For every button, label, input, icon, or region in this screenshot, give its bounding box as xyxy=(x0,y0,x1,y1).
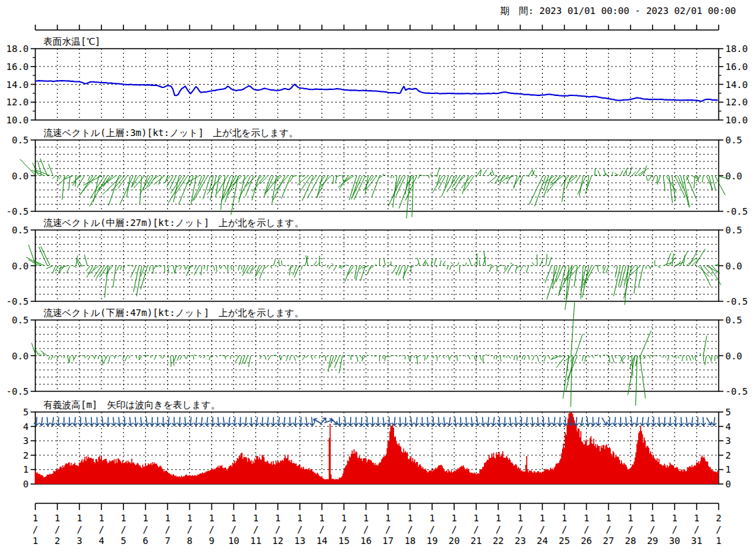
wave-arrow-icon xyxy=(354,417,359,425)
date-label-slash: / xyxy=(77,524,82,535)
current-stick xyxy=(583,356,583,361)
date-label-month: 1 xyxy=(495,513,501,523)
current-stick xyxy=(672,356,674,358)
current-stick xyxy=(621,266,626,287)
wave-arrow-icon xyxy=(507,417,513,426)
current-stick xyxy=(154,356,156,360)
date-label-slash: / xyxy=(495,524,501,535)
current-stick xyxy=(85,255,87,266)
current-stick xyxy=(264,176,273,197)
current-stick xyxy=(369,266,374,270)
current-stick xyxy=(689,356,691,361)
current-stick xyxy=(657,176,658,183)
wave-arrow-icon xyxy=(319,417,328,426)
current-stick xyxy=(701,266,711,287)
current-stick xyxy=(295,266,300,278)
wave-arrow-icon xyxy=(155,417,160,425)
panel-sst: 10.010.012.012.014.014.016.016.018.018.0 xyxy=(6,43,747,125)
wave-arrow-icon xyxy=(260,417,265,425)
current-stick xyxy=(53,356,55,359)
current-stick xyxy=(265,356,267,360)
date-label-slash: / xyxy=(650,524,655,535)
wave-arrow-icon xyxy=(629,417,634,426)
wave-arrow-icon xyxy=(343,417,347,425)
current-stick xyxy=(502,176,509,182)
current-stick xyxy=(201,266,202,275)
wave-arrow-icon xyxy=(679,417,684,425)
wave-arrow-icon xyxy=(34,417,39,426)
date-label-month: 1 xyxy=(55,513,60,523)
current-stick xyxy=(131,266,136,278)
current-stick xyxy=(99,176,117,189)
wave-arrow-icon xyxy=(684,417,689,426)
current-stick xyxy=(136,356,137,359)
current-stick xyxy=(29,259,39,265)
wave-arrow-icon xyxy=(535,417,541,425)
current-stick xyxy=(255,356,256,357)
wave-arrow-icon xyxy=(376,417,381,425)
current-stick xyxy=(557,356,566,368)
current-stick xyxy=(649,356,651,359)
date-label-month: 1 xyxy=(517,513,523,523)
current-stick xyxy=(641,356,641,359)
wave-arrow-icon xyxy=(503,417,507,425)
current-stick xyxy=(149,266,151,271)
date-label-day: 30 xyxy=(669,535,680,546)
date-label-day: 21 xyxy=(471,535,482,546)
wave-arrow-icon xyxy=(177,417,183,425)
current-stick xyxy=(639,266,643,288)
date-label-slash: / xyxy=(451,524,457,535)
current-stick xyxy=(363,356,365,360)
current-stick xyxy=(173,266,175,273)
current-stick xyxy=(665,356,666,358)
date-label-slash: / xyxy=(628,524,633,535)
wave-arrow-icon xyxy=(618,417,623,425)
date-label-slash: / xyxy=(583,524,589,535)
y-tick-label-right: 3 xyxy=(725,435,731,446)
date-label-day: 24 xyxy=(537,535,548,546)
current-lower-grid xyxy=(35,320,719,391)
current-stick xyxy=(540,355,541,356)
date-label-slash: / xyxy=(121,524,126,535)
current-stick xyxy=(631,266,640,275)
wave-arrow-icon xyxy=(623,417,629,426)
current-stick xyxy=(409,356,410,361)
date-label-day: 22 xyxy=(493,535,504,546)
date-label-month: 1 xyxy=(99,513,104,523)
date-label-slash: / xyxy=(209,524,214,535)
wave-arrow-icon xyxy=(635,417,640,426)
date-label-day: 25 xyxy=(559,535,570,546)
current-stick xyxy=(216,176,219,197)
wave-arrow-icon xyxy=(348,417,353,425)
current-stick xyxy=(549,257,551,266)
current-stick xyxy=(506,356,507,358)
current-stick xyxy=(209,356,211,361)
date-label-slash: / xyxy=(99,524,104,535)
current-stick xyxy=(301,266,302,270)
current-stick xyxy=(279,260,279,266)
current-stick xyxy=(273,259,275,266)
current-stick xyxy=(207,356,208,357)
current-stick xyxy=(509,356,511,359)
current-stick xyxy=(686,356,687,361)
current-stick xyxy=(343,176,343,182)
current-stick xyxy=(492,169,495,175)
y-tick-label-right: 0.5 xyxy=(725,135,742,145)
date-label-slash: / xyxy=(319,524,325,535)
current-stick xyxy=(286,356,288,361)
wave-arrow-icon xyxy=(50,417,55,426)
current-stick xyxy=(592,356,595,359)
date-label-slash: / xyxy=(231,524,236,535)
current-stick xyxy=(479,260,480,265)
current-stick xyxy=(705,356,707,365)
current-stick xyxy=(39,353,42,355)
current-stick xyxy=(180,356,182,360)
current-stick xyxy=(273,176,285,201)
current-stick xyxy=(225,356,228,357)
y-tick-label-right: 5 xyxy=(725,407,731,417)
current-stick xyxy=(445,265,445,266)
current-stick xyxy=(98,356,99,359)
wave-arrow-icon xyxy=(238,417,243,425)
current-stick xyxy=(692,356,694,360)
ocean-monitoring-chart: 期 間: 2023 01/01 00:00 - 2023 02/01 00:00… xyxy=(0,0,756,554)
